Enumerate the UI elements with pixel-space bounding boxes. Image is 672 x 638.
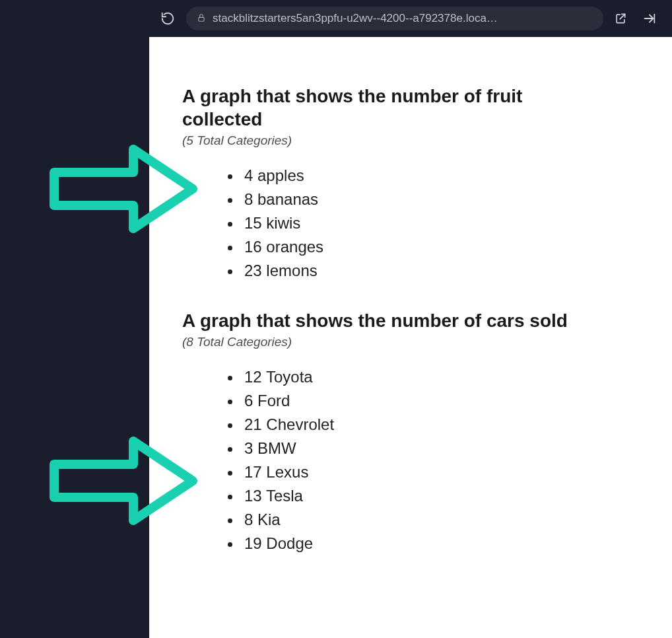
list-item: 13 Tesla [242, 484, 646, 508]
url-text: stackblitzstarters5an3ppfu-u2wv--4200--a… [213, 12, 498, 25]
fruit-section-title: A graph that shows the number of fruit c… [182, 85, 591, 131]
fruit-list: 4 apples8 bananas15 kiwis16 oranges23 le… [182, 164, 646, 283]
cars-section-title: A graph that shows the number of cars so… [182, 309, 591, 332]
reload-button[interactable] [157, 8, 178, 29]
url-bar[interactable]: stackblitzstarters5an3ppfu-u2wv--4200--a… [186, 7, 603, 30]
preview-pane: A graph that shows the number of fruit c… [149, 37, 672, 638]
cars-list: 12 Toyota6 Ford21 Chevrolet3 BMW17 Lexus… [182, 365, 646, 555]
list-item: 15 kiwis [242, 211, 646, 235]
collapse-button[interactable] [640, 9, 659, 28]
list-item: 3 BMW [242, 437, 646, 460]
open-external-icon [614, 12, 627, 25]
reload-icon [160, 11, 175, 26]
list-item: 19 Dodge [242, 532, 646, 555]
svg-rect-0 [199, 17, 204, 21]
list-item: 16 oranges [242, 235, 646, 259]
list-item: 12 Toyota [242, 365, 646, 389]
lock-icon [197, 13, 206, 24]
arrow-collapse-icon [642, 11, 657, 26]
list-item: 6 Ford [242, 389, 646, 413]
cars-section-subtitle: (8 Total Categories) [182, 335, 646, 349]
list-item: 23 lemons [242, 259, 646, 283]
open-external-button[interactable] [611, 9, 630, 28]
fruit-section: A graph that shows the number of fruit c… [182, 85, 646, 283]
fruit-section-subtitle: (5 Total Categories) [182, 133, 646, 148]
browser-toolbar: stackblitzstarters5an3ppfu-u2wv--4200--a… [149, 0, 672, 37]
toolbar-actions [611, 9, 664, 28]
list-item: 4 apples [242, 164, 646, 188]
cars-section: A graph that shows the number of cars so… [182, 309, 646, 555]
list-item: 8 Kia [242, 508, 646, 532]
list-item: 8 bananas [242, 188, 646, 211]
list-item: 21 Chevrolet [242, 413, 646, 437]
list-item: 17 Lexus [242, 460, 646, 484]
